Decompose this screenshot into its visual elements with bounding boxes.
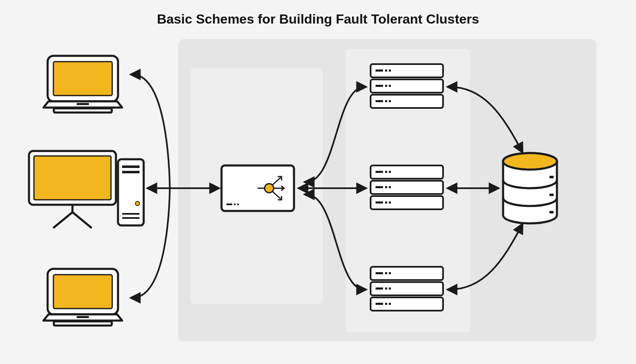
svg-rect-43 bbox=[385, 186, 387, 188]
svg-rect-42 bbox=[376, 186, 383, 188]
svg-rect-58 bbox=[376, 303, 383, 305]
svg-rect-19 bbox=[237, 204, 239, 205]
server-icon bbox=[371, 267, 443, 311]
svg-rect-8 bbox=[122, 171, 140, 173]
svg-rect-35 bbox=[385, 100, 387, 102]
svg-point-9 bbox=[135, 201, 140, 206]
svg-rect-39 bbox=[385, 171, 387, 173]
svg-rect-1 bbox=[53, 62, 112, 96]
diagram-canvas bbox=[0, 0, 636, 364]
svg-rect-28 bbox=[389, 69, 391, 72]
svg-rect-14 bbox=[54, 321, 112, 326]
client-desktop-icon bbox=[29, 151, 144, 228]
svg-rect-5 bbox=[34, 156, 111, 200]
svg-rect-56 bbox=[389, 287, 391, 290]
server-icon bbox=[371, 64, 443, 108]
svg-rect-63 bbox=[549, 194, 554, 196]
client-laptop-icon bbox=[43, 56, 122, 113]
svg-rect-17 bbox=[226, 204, 232, 205]
svg-point-20 bbox=[265, 184, 274, 193]
svg-rect-44 bbox=[389, 186, 391, 188]
svg-rect-50 bbox=[376, 272, 383, 274]
svg-point-61 bbox=[503, 153, 557, 170]
svg-rect-55 bbox=[385, 287, 387, 290]
svg-rect-10 bbox=[122, 213, 140, 215]
svg-rect-52 bbox=[389, 272, 391, 274]
svg-rect-51 bbox=[385, 272, 387, 274]
svg-rect-7 bbox=[122, 165, 140, 168]
svg-rect-32 bbox=[389, 85, 391, 87]
svg-rect-26 bbox=[376, 69, 383, 72]
svg-rect-2 bbox=[54, 108, 112, 113]
svg-rect-30 bbox=[376, 85, 383, 87]
svg-rect-11 bbox=[122, 217, 140, 219]
client-laptop-icon bbox=[43, 269, 122, 326]
svg-rect-47 bbox=[385, 201, 387, 204]
svg-rect-59 bbox=[385, 303, 387, 305]
svg-rect-48 bbox=[389, 201, 391, 204]
svg-rect-15 bbox=[77, 316, 89, 318]
svg-rect-34 bbox=[376, 100, 383, 102]
server-icon bbox=[371, 165, 443, 209]
svg-rect-54 bbox=[376, 287, 383, 290]
svg-rect-3 bbox=[77, 103, 89, 105]
svg-rect-27 bbox=[385, 69, 387, 72]
svg-rect-6 bbox=[118, 159, 144, 225]
svg-rect-62 bbox=[549, 176, 554, 178]
svg-rect-46 bbox=[376, 201, 383, 204]
svg-rect-18 bbox=[234, 204, 236, 205]
svg-rect-36 bbox=[389, 100, 391, 102]
svg-rect-13 bbox=[53, 275, 112, 309]
svg-rect-38 bbox=[376, 171, 383, 173]
svg-rect-60 bbox=[389, 303, 391, 305]
svg-rect-40 bbox=[389, 171, 391, 173]
svg-rect-64 bbox=[549, 211, 554, 213]
svg-rect-31 bbox=[385, 85, 387, 87]
load-balancer-icon bbox=[222, 165, 294, 211]
database-icon bbox=[503, 153, 557, 223]
